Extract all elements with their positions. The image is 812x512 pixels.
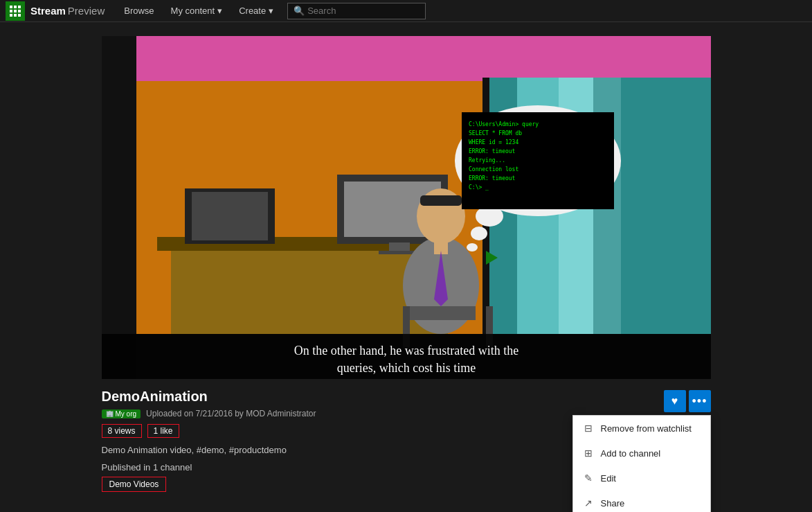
svg-rect-5	[18, 10, 21, 12]
search-icon: 🔍	[294, 6, 305, 16]
svg-text:SELECT * FROM db: SELECT * FROM db	[469, 130, 522, 136]
edit-item[interactable]: ✎ Edit	[573, 466, 710, 491]
svg-rect-2	[18, 6, 21, 8]
org-icon: 🏢	[106, 410, 114, 417]
svg-text:queries, which cost his time: queries, which cost his time	[336, 361, 475, 375]
video-meta-right: ♥ ••• ⊟ Remove from watchlist ⊞ Add to c…	[664, 390, 711, 412]
svg-rect-26	[192, 192, 268, 240]
svg-rect-7	[14, 14, 17, 17]
add-to-channel-item[interactable]: ⊞ Add to channel	[573, 441, 710, 466]
main-content: C:\Users\Admin> query SELECT * FROM db W…	[0, 22, 812, 506]
svg-rect-4	[14, 10, 17, 12]
brand: Stream Preview	[30, 5, 105, 17]
video-metadata: DemoAnimation 🏢 My org Uploaded on 7/21/…	[102, 389, 711, 492]
svg-point-38	[467, 243, 478, 251]
heart-icon: ♥	[671, 395, 678, 407]
top-nav: Stream Preview Browse My content ▾ Creat…	[0, 0, 812, 22]
svg-rect-1	[14, 6, 17, 8]
share-icon: ↗	[583, 497, 594, 509]
svg-text:ERROR: timeout: ERROR: timeout	[469, 175, 516, 182]
channel-badge[interactable]: Demo Videos	[102, 477, 167, 492]
org-badge: 🏢 My org	[102, 409, 141, 418]
svg-point-37	[471, 227, 487, 240]
remove-watchlist-item[interactable]: ⊟ Remove from watchlist	[573, 416, 710, 441]
svg-text:C:\Users\Admin> query: C:\Users\Admin> query	[469, 121, 539, 127]
svg-rect-0	[10, 6, 12, 8]
svg-text:C:\> _: C:\> _	[469, 184, 489, 191]
svg-rect-8	[18, 14, 21, 17]
browse-link[interactable]: Browse	[116, 0, 162, 22]
svg-rect-17	[621, 78, 711, 376]
likes-badge[interactable]: 1 like	[147, 424, 179, 438]
dropdown-menu: ⊟ Remove from watchlist ⊞ Add to channel…	[572, 415, 711, 512]
views-badge[interactable]: 8 views	[102, 424, 142, 438]
video-player[interactable]: C:\Users\Admin> query SELECT * FROM db W…	[102, 36, 711, 379]
org-badge-text: My org	[116, 410, 137, 418]
add-channel-icon: ⊞	[583, 448, 594, 459]
video-title: DemoAnimation	[102, 389, 664, 405]
svg-rect-6	[10, 14, 12, 17]
svg-text:Retrying...: Retrying...	[469, 157, 505, 164]
edit-icon: ✎	[583, 473, 594, 484]
brand-preview: Preview	[68, 5, 105, 17]
search-input[interactable]	[307, 6, 418, 16]
ellipsis-icon: •••	[692, 394, 707, 409]
chevron-down-icon: ▾	[217, 6, 222, 16]
svg-rect-32	[406, 306, 476, 320]
app-grid-icon[interactable]	[6, 1, 25, 21]
svg-rect-12	[136, 36, 482, 81]
search-box[interactable]: 🔍	[287, 3, 426, 19]
svg-rect-3	[10, 10, 12, 12]
create-link[interactable]: Create ▾	[231, 0, 282, 22]
video-still: C:\Users\Admin> query SELECT * FROM db W…	[102, 36, 711, 379]
brand-stream: Stream	[30, 5, 66, 17]
share-item[interactable]: ↗ Share	[573, 491, 710, 512]
remove-icon: ⊟	[583, 423, 594, 434]
svg-text:Connection lost: Connection lost	[469, 166, 518, 173]
more-options-button[interactable]: •••	[689, 390, 711, 412]
svg-rect-29	[420, 195, 462, 206]
svg-text:WHERE id = 1234: WHERE id = 1234	[469, 139, 518, 145]
my-content-link[interactable]: My content ▾	[163, 0, 231, 22]
svg-text:ERROR: timeout: ERROR: timeout	[469, 148, 516, 155]
like-button[interactable]: ♥	[664, 390, 686, 412]
svg-text:On the other hand, he was frus: On the other hand, he was frustrated wit…	[294, 344, 518, 357]
upload-info: Uploaded on 7/21/2016 by MOD Administrat…	[146, 409, 316, 418]
chevron-down-icon-create: ▾	[269, 6, 273, 16]
